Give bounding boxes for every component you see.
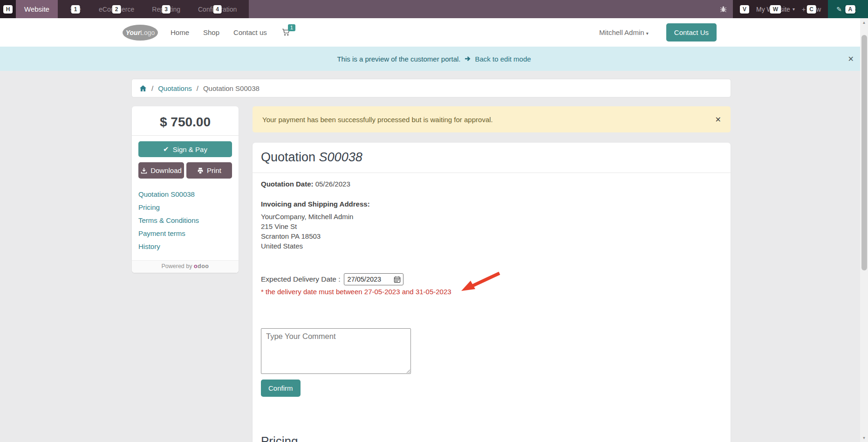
banner-close-icon[interactable]: ✕ bbox=[848, 55, 854, 63]
menu-ecommerce[interactable]: eCommerce 2 bbox=[99, 6, 134, 13]
vertical-scrollbar[interactable]: ▲ ▼ bbox=[860, 18, 868, 442]
quotation-sidebar: $ 750.00 ✔ Sign & Pay Down bbox=[132, 106, 239, 273]
confirm-button[interactable]: Confirm bbox=[261, 380, 301, 397]
apps-home-button[interactable]: H bbox=[0, 0, 16, 18]
topbar-spacer bbox=[249, 0, 733, 18]
scroll-down-arrow[interactable]: ▼ bbox=[860, 434, 868, 442]
shipping-address: YourCompany, Mitchell Admin 215 Vine St … bbox=[261, 212, 722, 251]
comment-textarea[interactable] bbox=[261, 328, 411, 374]
download-button[interactable]: Download bbox=[138, 162, 184, 179]
menu-reporting[interactable]: Reporting 3 bbox=[152, 6, 180, 13]
website-switcher-dropdown[interactable]: My Website ▾ W bbox=[756, 6, 795, 13]
hotkey-hint-switcher[interactable]: V bbox=[740, 5, 749, 14]
pricing-section-heading: Pricing bbox=[261, 434, 722, 442]
hotkey-hint-reporting: 3 bbox=[162, 5, 171, 14]
hotkey-hint-site: 1 bbox=[71, 5, 80, 14]
pencil-icon: ✎ bbox=[836, 6, 842, 13]
sidebar-anchor-links: Quotation S00038 Pricing Terms & Conditi… bbox=[138, 188, 232, 259]
contact-us-button[interactable]: Contact Us bbox=[666, 23, 717, 41]
hotkey-hint-website: W bbox=[770, 5, 781, 14]
expected-delivery-row: Expected Delivery Date : 27/05/2023 bbox=[261, 273, 722, 285]
quotation-reference: S00038 bbox=[319, 150, 362, 164]
website-systray: V My Website ▾ W + New C bbox=[733, 0, 828, 18]
address-line: YourCompany, Mitchell Admin bbox=[261, 212, 722, 221]
breadcrumb: / Quotations / Quotation S00038 bbox=[132, 79, 731, 97]
debug-bug-icon[interactable] bbox=[720, 6, 727, 13]
breadcrumb-current: Quotation S00038 bbox=[203, 84, 260, 92]
sidebar-link-quotation[interactable]: Quotation S00038 bbox=[138, 188, 232, 201]
address-label: Invoicing and Shipping Address: bbox=[261, 200, 722, 208]
plus-icon: + bbox=[802, 6, 806, 13]
user-dropdown[interactable]: Mitchell Admin ▾ bbox=[599, 28, 649, 36]
odoo-top-bar: H Website Site 1 eCommerce 2 Reporting 3… bbox=[0, 0, 868, 18]
top-menu-bar: Site 1 eCommerce 2 Reporting 3 Configura… bbox=[58, 0, 249, 18]
quotation-date-line: Quotation Date: 05/26/2023 bbox=[261, 180, 722, 188]
address-line: United States bbox=[261, 241, 722, 251]
odoo-logo: odoo bbox=[194, 263, 209, 269]
scrollbar-thumb[interactable] bbox=[861, 35, 867, 270]
hotkey-hint-home: H bbox=[3, 5, 13, 14]
navbar-right: Mitchell Admin ▾ Contact Us bbox=[599, 23, 717, 41]
breadcrumb-quotations-link[interactable]: Quotations bbox=[158, 84, 192, 92]
address-line: Scranton PA 18503 bbox=[261, 231, 722, 241]
home-icon[interactable] bbox=[139, 85, 147, 92]
nav-item-shop[interactable]: Shop bbox=[203, 28, 219, 36]
hotkey-hint-configuration: 4 bbox=[213, 5, 222, 14]
nav-item-home[interactable]: Home bbox=[171, 28, 189, 36]
payment-approval-alert: Your payment has been successfully proce… bbox=[253, 106, 731, 132]
cart-count-badge: 1 bbox=[288, 24, 295, 31]
customer-portal-preview-banner: This is a preview of the customer portal… bbox=[0, 47, 868, 71]
edit-button[interactable]: ✎ Edit A bbox=[828, 0, 868, 18]
cart-button[interactable]: 1 bbox=[282, 28, 291, 36]
delivery-date-input[interactable]: 27/05/2023 bbox=[344, 273, 403, 285]
quotation-title: Quotation S00038 bbox=[261, 149, 722, 165]
sidebar-link-payment-terms[interactable]: Payment terms bbox=[138, 227, 232, 240]
quotation-card: Quotation S00038 Quotation Date: 05/26/2… bbox=[253, 143, 731, 442]
check-icon: ✔ bbox=[163, 145, 169, 153]
nav-item-contact-us[interactable]: Contact us bbox=[233, 28, 267, 36]
site-menu: Home Shop Contact us bbox=[171, 28, 267, 36]
total-amount: $ 750.00 bbox=[132, 106, 239, 135]
powered-by-odoo: Powered by odoo bbox=[132, 260, 239, 273]
back-to-edit-mode-link[interactable]: Back to edit mode bbox=[475, 55, 531, 63]
alert-close-icon[interactable]: ✕ bbox=[715, 115, 721, 124]
sign-and-pay-button[interactable]: ✔ Sign & Pay bbox=[138, 141, 232, 157]
calendar-icon[interactable] bbox=[394, 276, 401, 283]
delivery-date-error: * the delivery date must between 27-05-2… bbox=[261, 288, 722, 296]
sidebar-link-pricing[interactable]: Pricing bbox=[138, 201, 232, 214]
menu-configuration[interactable]: Configuration 4 bbox=[198, 6, 237, 13]
your-logo[interactable]: YourLogo bbox=[123, 25, 158, 41]
sidebar-link-terms[interactable]: Terms & Conditions bbox=[138, 214, 232, 227]
chevron-down-icon: ▾ bbox=[646, 31, 649, 36]
chevron-down-icon: ▾ bbox=[793, 7, 795, 12]
arrow-right-icon bbox=[465, 56, 471, 62]
print-icon bbox=[197, 167, 204, 174]
hotkey-hint-ecommerce: 2 bbox=[112, 5, 121, 14]
portal-page: / Quotations / Quotation S00038 $ 750.00… bbox=[132, 71, 731, 442]
website-navbar: YourLogo Home Shop Contact us 1 Mitchell… bbox=[0, 18, 868, 47]
preview-banner-text: This is a preview of the customer portal… bbox=[337, 55, 460, 63]
new-content-button[interactable]: + New C bbox=[802, 6, 821, 13]
app-name-website[interactable]: Website bbox=[16, 0, 58, 18]
alert-text: Your payment has been successfully proce… bbox=[262, 116, 493, 124]
hotkey-hint-edit: A bbox=[846, 5, 855, 14]
print-button[interactable]: Print bbox=[186, 162, 232, 179]
download-icon bbox=[141, 167, 147, 174]
menu-site[interactable]: Site 1 bbox=[70, 6, 81, 13]
hotkey-hint-new: C bbox=[806, 5, 816, 14]
sidebar-link-history[interactable]: History bbox=[138, 240, 232, 253]
address-line: 215 Vine St bbox=[261, 221, 722, 231]
scroll-up-arrow[interactable]: ▲ bbox=[860, 18, 868, 27]
delivery-date-label: Expected Delivery Date : bbox=[261, 275, 341, 283]
